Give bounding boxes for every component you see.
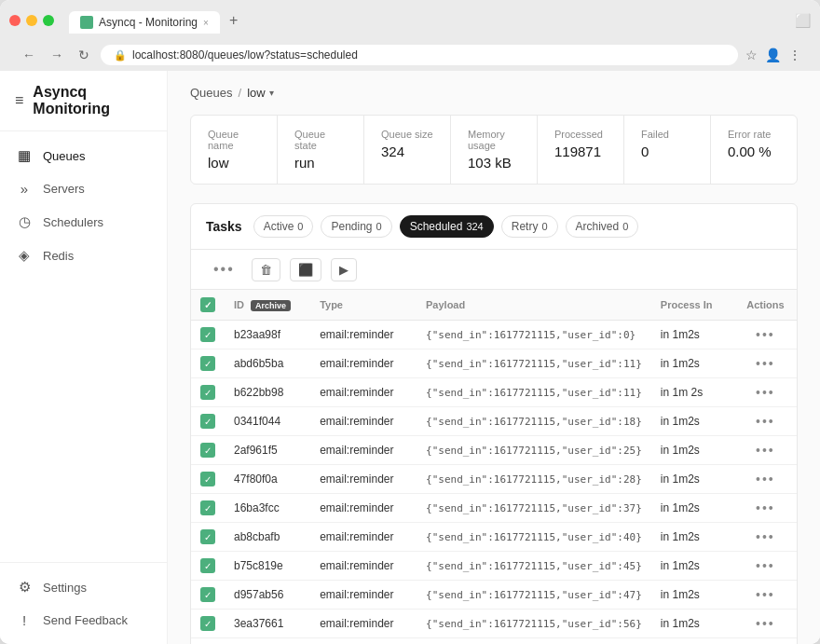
row-actions-1: ••• [734, 349, 797, 378]
row-id-8: b75c819e [225, 552, 310, 581]
bookmark-icon[interactable]: ☆ [745, 48, 758, 62]
stat-value-queue-size: 324 [381, 144, 433, 159]
select-all-checkbox[interactable] [200, 297, 215, 312]
row-type-6: email:reminder [310, 494, 417, 523]
maximize-window-button[interactable] [43, 15, 54, 26]
sidebar-label-feedback: Send Feedback [43, 613, 128, 627]
menu-icon[interactable]: ⋮ [788, 48, 801, 62]
row-action-button-9[interactable]: ••• [756, 587, 775, 602]
tab-archived[interactable]: Archived 0 [566, 215, 639, 238]
row-action-button-6[interactable]: ••• [756, 500, 775, 515]
queues-icon: ▦ [15, 147, 34, 164]
table-row: 2af961f5 email:reminder {"send_in":16177… [191, 436, 797, 465]
sidebar-item-schedulers[interactable]: ◷ Schedulers [0, 205, 167, 239]
tab-pending[interactable]: Pending 0 [321, 215, 391, 238]
breadcrumb-current[interactable]: low ▾ [247, 86, 274, 100]
th-checkbox [191, 290, 225, 321]
tab-close-button[interactable]: × [203, 18, 209, 28]
check-icon-0 [200, 327, 215, 342]
sidebar-menu-icon[interactable]: ≡ [15, 92, 23, 109]
row-process-11: in 1m2s [651, 638, 734, 645]
row-payload-6: {"send_in":1617721115,"user_id":37} [417, 494, 651, 523]
archive-button[interactable]: ⬛ [290, 258, 321, 281]
th-type: Type [310, 290, 417, 321]
sidebar-item-feedback[interactable]: ! Send Feedback [0, 604, 167, 637]
row-checkbox-1[interactable] [191, 349, 225, 378]
row-type-9: email:reminder [310, 581, 417, 610]
check-icon-5 [200, 472, 215, 486]
tab-favicon [80, 16, 93, 29]
row-payload-4: {"send_in":1617721115,"user_id":25} [417, 436, 651, 465]
tab-retry-label: Retry [512, 220, 539, 233]
active-tab[interactable]: Asyncq - Monitoring × [69, 11, 220, 34]
row-checkbox-4[interactable] [191, 436, 225, 465]
row-process-7: in 1m2s [651, 523, 734, 552]
app-title: Asyncq Monitoring [33, 84, 152, 117]
row-checkbox-8[interactable] [191, 552, 225, 581]
row-checkbox-6[interactable] [191, 494, 225, 523]
row-action-button-8[interactable]: ••• [756, 558, 775, 573]
back-button[interactable]: ← [19, 46, 39, 64]
tab-active-count: 0 [297, 221, 303, 232]
row-action-button-10[interactable]: ••• [756, 616, 775, 631]
row-actions-4: ••• [734, 436, 797, 465]
row-checkbox-5[interactable] [191, 465, 225, 494]
row-checkbox-2[interactable] [191, 378, 225, 407]
th-payload: Payload [417, 290, 651, 321]
th-id: ID Archive [225, 290, 310, 321]
sidebar-item-redis[interactable]: ◈ Redis [0, 239, 167, 272]
row-checkbox-11[interactable] [191, 638, 225, 645]
feedback-icon: ! [15, 612, 34, 628]
row-payload-11: {"send_in":1617721115,"user_id":59} [417, 638, 651, 645]
row-id-2: b622bb98 [225, 378, 310, 407]
row-checkbox-9[interactable] [191, 581, 225, 610]
account-icon[interactable]: 👤 [765, 48, 781, 62]
stat-memory-usage: Memory usage 103 kB [451, 116, 538, 184]
stat-label-queue-name: Queue name [208, 129, 260, 151]
row-checkbox-0[interactable] [191, 321, 225, 349]
row-checkbox-7[interactable] [191, 523, 225, 552]
tab-active[interactable]: Active 0 [253, 215, 314, 238]
tasks-section: Tasks Active 0 Pending 0 Scheduled 324 [190, 203, 798, 644]
breadcrumb-current-label: low [247, 86, 266, 100]
row-process-6: in 1m2s [651, 494, 734, 523]
breadcrumb-queues-link[interactable]: Queues [190, 86, 233, 100]
row-action-button-3[interactable]: ••• [756, 414, 775, 429]
more-options-button[interactable]: ••• [206, 257, 242, 281]
th-process-in: Process In [651, 290, 734, 321]
row-checkbox-3[interactable] [191, 407, 225, 436]
row-action-button-1[interactable]: ••• [756, 356, 775, 371]
row-payload-9: {"send_in":1617721115,"user_id":47} [417, 581, 651, 610]
row-action-button-7[interactable]: ••• [756, 529, 775, 544]
row-id-0: b23aa98f [225, 321, 310, 349]
tab-pending-count: 0 [376, 221, 382, 232]
row-id-7: ab8cbafb [225, 523, 310, 552]
new-tab-button[interactable]: + [222, 7, 245, 34]
row-checkbox-10[interactable] [191, 610, 225, 638]
row-id-5: 47f80f0a [225, 465, 310, 494]
forward-button[interactable]: → [47, 46, 67, 64]
row-action-button-4[interactable]: ••• [756, 443, 775, 458]
check-icon-10 [200, 616, 215, 631]
close-window-button[interactable] [9, 15, 20, 26]
row-action-button-0[interactable]: ••• [756, 327, 775, 342]
browser-controls: Asyncq - Monitoring × + ⬜ [9, 7, 811, 34]
table-row: 1e5d8cc1 email:reminder {"send_in":16177… [191, 638, 797, 645]
stat-label-queue-state: Queue state [294, 129, 347, 151]
row-process-0: in 1m2s [651, 321, 734, 349]
stat-value-error-rate: 0.00 % [728, 144, 780, 159]
minimize-window-button[interactable] [26, 15, 37, 26]
sidebar-item-queues[interactable]: ▦ Queues [0, 139, 167, 172]
row-action-button-5[interactable]: ••• [756, 472, 775, 486]
address-bar[interactable]: 🔒 localhost:8080/queues/low?status=sched… [101, 45, 738, 65]
tab-retry[interactable]: Retry 0 [501, 215, 558, 238]
sidebar-item-servers[interactable]: » Servers [0, 172, 167, 205]
tab-scheduled[interactable]: Scheduled 324 [400, 215, 494, 238]
row-action-button-2[interactable]: ••• [756, 385, 775, 400]
delete-button[interactable]: 🗑 [252, 258, 280, 281]
run-button[interactable]: ▶ [331, 258, 357, 281]
reload-button[interactable]: ↻ [75, 46, 93, 64]
sidebar-item-settings[interactable]: ⚙ Settings [0, 570, 167, 604]
redis-icon: ◈ [15, 247, 34, 264]
stat-label-queue-size: Queue size [381, 129, 433, 140]
